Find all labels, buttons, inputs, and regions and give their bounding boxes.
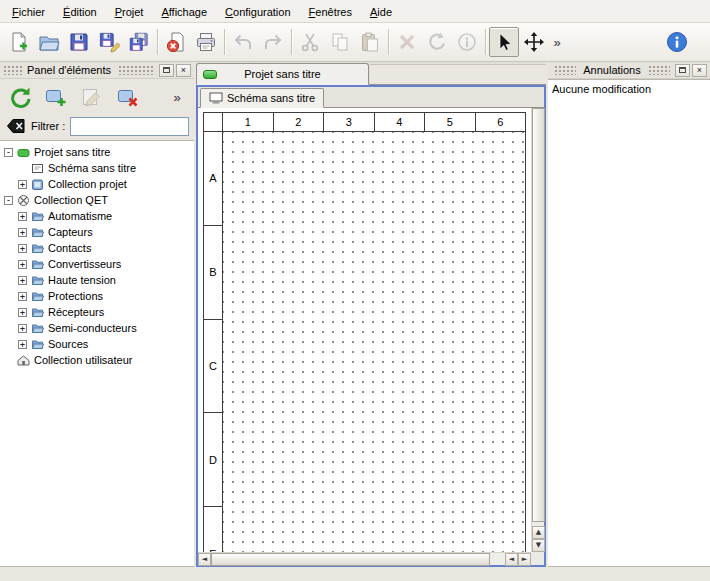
tree-item-haute-tension[interactable]: +Haute tension: [0, 272, 194, 288]
collapse-icon[interactable]: -: [4, 148, 13, 157]
save-all-button[interactable]: [124, 27, 154, 57]
float-panel-button[interactable]: [675, 64, 690, 77]
diagram-canvas[interactable]: 123456 ABCDE: [198, 108, 531, 552]
tabbar-empty-area: [370, 64, 546, 84]
select-mode-button[interactable]: [489, 27, 519, 57]
tree-item-label: Automatisme: [48, 210, 112, 222]
ruler-column-label: 6: [475, 113, 526, 131]
tree-item-protections[interactable]: +Protections: [0, 288, 194, 304]
expand-icon[interactable]: +: [18, 292, 27, 301]
copy-button[interactable]: [325, 27, 355, 57]
undo-button[interactable]: [228, 27, 258, 57]
undo-icon: [232, 31, 254, 53]
tree-item-capteurs[interactable]: +Capteurs: [0, 224, 194, 240]
menu-affichage[interactable]: Affichage: [152, 2, 216, 21]
scroll-up-button[interactable]: ▲: [532, 526, 545, 539]
tree-item-projet-sans-titre[interactable]: -Projet sans titre: [0, 144, 194, 160]
diagram-grid[interactable]: [223, 132, 525, 552]
tree-item-label: Semi-conducteurs: [48, 322, 137, 334]
rotate-button[interactable]: [422, 27, 452, 57]
paste-button[interactable]: [355, 27, 385, 57]
vertical-scrollbar-thumb[interactable]: [532, 108, 545, 522]
print-button[interactable]: [191, 27, 221, 57]
pan-mode-button[interactable]: [519, 27, 549, 57]
elements-panel-titlebar[interactable]: Panel d'éléments ×: [0, 62, 194, 79]
close-panel-button[interactable]: ×: [176, 64, 191, 77]
element-info-button[interactable]: [452, 27, 482, 57]
tree-item-automatisme[interactable]: +Automatisme: [0, 208, 194, 224]
float-panel-button[interactable]: [159, 64, 174, 77]
expand-icon[interactable]: +: [18, 244, 27, 253]
expand-icon[interactable]: +: [18, 308, 27, 317]
expand-icon[interactable]: +: [18, 260, 27, 269]
save-button[interactable]: [64, 27, 94, 57]
tree-item-schema-sans-titre[interactable]: Schéma sans titre: [0, 160, 194, 176]
arrow-left-icon: ◄: [202, 556, 207, 563]
status-bar: [0, 567, 710, 581]
close-document-icon: [165, 31, 187, 53]
tree-item-collection-qet[interactable]: -Collection QET: [0, 192, 194, 208]
menu-fenetres[interactable]: Fenêtres: [300, 2, 361, 21]
expand-icon[interactable]: +: [18, 324, 27, 333]
scroll-down-button[interactable]: ▼: [532, 539, 545, 552]
menu-configuration[interactable]: Configuration: [216, 2, 299, 21]
close-panel-button[interactable]: ×: [692, 64, 707, 77]
new-element-button[interactable]: [41, 82, 71, 112]
redo-button[interactable]: [258, 27, 288, 57]
tree-item-sources[interactable]: +Sources: [0, 336, 194, 352]
collapse-icon[interactable]: -: [4, 196, 13, 205]
expand-icon[interactable]: +: [18, 340, 27, 349]
vertical-scrollbar[interactable]: ▲ ▼: [531, 108, 544, 552]
menu-projet[interactable]: Projet: [106, 2, 153, 21]
menu-aide[interactable]: Aide: [361, 2, 401, 21]
reload-icon: [8, 85, 32, 109]
panel-toolbar-overflow-button[interactable]: »: [169, 82, 185, 112]
clear-filter-button[interactable]: [5, 118, 26, 135]
save-as-button[interactable]: [94, 27, 124, 57]
delete-element-button[interactable]: [113, 82, 143, 112]
toolbar-separator: [157, 29, 158, 55]
folder-icon: [31, 242, 44, 255]
tree-item-recepteurs[interactable]: +Récepteurs: [0, 304, 194, 320]
diagram-tabbar: Schéma sans titre: [198, 87, 544, 108]
scroll-right-button[interactable]: ►: [518, 553, 531, 566]
open-document-button[interactable]: [34, 27, 64, 57]
scroll-left-button[interactable]: ◄: [505, 553, 518, 566]
delete-button[interactable]: [392, 27, 422, 57]
open-folder-icon: [38, 31, 60, 53]
tree-item-convertisseurs[interactable]: +Convertisseurs: [0, 256, 194, 272]
diagram-tab[interactable]: Schéma sans titre: [200, 88, 324, 108]
tree-item-contacts[interactable]: +Contacts: [0, 240, 194, 256]
tree-item-collection-utilisateur[interactable]: Collection utilisateur: [0, 352, 194, 368]
expand-icon[interactable]: +: [18, 276, 27, 285]
close-document-button[interactable]: [161, 27, 191, 57]
filter-input[interactable]: [70, 117, 189, 136]
element-tree: -Projet sans titreSchéma sans titre+Coll…: [0, 140, 194, 567]
toolbar-overflow-button[interactable]: »: [549, 27, 565, 57]
menu-edition[interactable]: Édition: [54, 2, 106, 21]
project-tab[interactable]: Projet sans titre: [196, 63, 369, 85]
expand-icon[interactable]: +: [18, 228, 27, 237]
info-icon: [456, 31, 478, 53]
cut-button[interactable]: [295, 27, 325, 57]
horizontal-scrollbar[interactable]: ◄ ◄ ►: [198, 552, 531, 565]
move-icon: [523, 31, 545, 53]
expand-icon[interactable]: +: [18, 212, 27, 221]
horizontal-scrollbar-thumb[interactable]: [211, 553, 490, 566]
about-button[interactable]: [662, 27, 692, 57]
undo-list[interactable]: Aucune modification: [548, 79, 710, 567]
rotate-icon: [426, 31, 448, 53]
edit-element-button[interactable]: [77, 82, 107, 112]
paste-icon: [359, 31, 381, 53]
expand-icon[interactable]: +: [18, 180, 27, 189]
reload-collections-button[interactable]: [5, 82, 35, 112]
tree-item-label: Projet sans titre: [34, 146, 110, 158]
menu-bar: FichierÉditionProjetAffichageConfigurati…: [0, 0, 710, 23]
tree-item-label: Collection QET: [34, 194, 108, 206]
menu-fichier[interactable]: Fichier: [3, 2, 54, 21]
tree-item-collection-projet[interactable]: +Collection projet: [0, 176, 194, 192]
scroll-left-button[interactable]: ◄: [198, 553, 211, 566]
tree-item-semi-conducteurs[interactable]: +Semi-conducteurs: [0, 320, 194, 336]
undo-panel-titlebar[interactable]: Annulations ×: [548, 62, 710, 79]
new-document-button[interactable]: [4, 27, 34, 57]
